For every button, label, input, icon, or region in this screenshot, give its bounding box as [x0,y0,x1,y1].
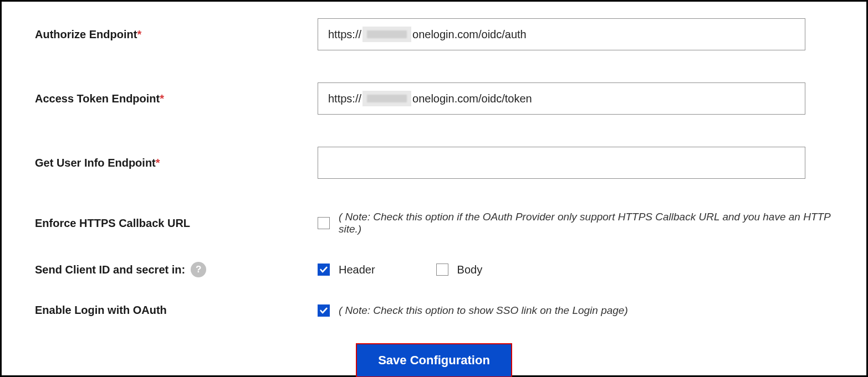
userinfo-endpoint-label: Get User Info Endpoint* [35,157,318,169]
send-in-body-checkbox[interactable] [436,264,448,276]
enforce-https-note: ( Note: Check this option if the OAuth P… [339,211,833,235]
enable-oauth-note: ( Note: Check this option to show SSO li… [339,304,628,317]
send-in-header-checkbox[interactable] [318,264,330,276]
access-token-endpoint-input[interactable]: https://onelogin.com/oidc/token [318,82,805,115]
userinfo-endpoint-input[interactable] [318,147,805,179]
redacted-segment [362,91,411,106]
required-mark: * [137,28,141,41]
required-mark: * [160,92,164,105]
redacted-segment [362,27,411,42]
enable-oauth-label: Enable Login with OAuth [35,304,318,317]
enforce-https-checkbox[interactable] [318,217,330,229]
send-in-body-label: Body [457,264,483,276]
send-in-header-label: Header [339,264,375,276]
enable-oauth-checkbox[interactable] [318,304,330,317]
authorize-endpoint-label: Authorize Endpoint* [35,28,318,41]
authorize-endpoint-input[interactable]: https://onelogin.com/oidc/auth [318,18,805,50]
required-mark: * [156,157,160,169]
enforce-https-label: Enforce HTTPS Callback URL [35,217,318,230]
help-icon[interactable]: ? [191,262,206,277]
save-configuration-button[interactable]: Save Configuration [356,343,512,377]
send-in-label: Send Client ID and secret in: ? [35,262,318,277]
access-token-endpoint-label: Access Token Endpoint* [35,92,318,105]
